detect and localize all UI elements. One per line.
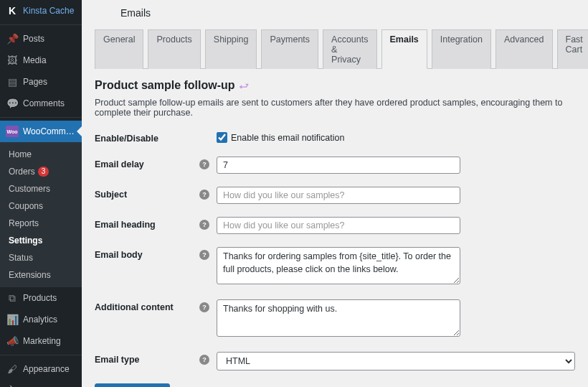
admin-sidebar: K Kinsta Cache 📌 Posts 🖼 Media ▤ Pages 💬… <box>0 0 82 387</box>
analytics-icon: 📊 <box>6 313 19 326</box>
sidebar-item-comments[interactable]: 💬 Comments <box>0 93 82 114</box>
type-label: Email type <box>95 355 140 365</box>
sidebar-item-pages[interactable]: ▤ Pages <box>0 71 82 93</box>
sidebar-item-plugins[interactable]: 🔌 Plugins <box>0 380 82 387</box>
row-additional: Additional content ? <box>95 299 575 339</box>
submenu-home[interactable]: Home <box>0 146 82 163</box>
additional-field <box>217 299 460 339</box>
sidebar-separator <box>0 352 82 355</box>
row-type: Email type ? HTML <box>95 352 575 370</box>
delay-input[interactable] <box>217 157 460 174</box>
subject-field <box>217 187 460 204</box>
sidebar-item-label: Kinsta Cache <box>23 6 74 16</box>
subject-label-col: Subject ? <box>95 187 217 200</box>
enable-checkbox[interactable] <box>217 132 227 143</box>
body-field <box>217 247 460 286</box>
help-icon[interactable]: ? <box>199 159 209 169</box>
orders-badge: 3 <box>38 167 49 177</box>
enable-checkbox-label: Enable this email notification <box>231 133 344 143</box>
additional-label-col: Additional content ? <box>95 299 217 312</box>
comment-icon: 💬 <box>6 97 19 110</box>
heading-input[interactable] <box>217 217 460 234</box>
sidebar-item-label: WooCommerce <box>23 126 76 136</box>
enable-checkbox-wrap[interactable]: Enable this email notification <box>217 131 460 143</box>
page-title: Emails <box>95 0 575 29</box>
type-select[interactable]: HTML <box>217 352 575 370</box>
additional-label: Additional content <box>95 302 174 312</box>
type-label-col: Email type ? <box>95 352 217 365</box>
submenu-status[interactable]: Status <box>0 249 82 266</box>
subject-label: Subject <box>95 190 127 200</box>
sidebar-item-label: Pages <box>23 77 47 87</box>
sidebar-item-label: Analytics <box>23 314 57 325</box>
woocommerce-icon: Woo <box>6 125 19 138</box>
tab-products[interactable]: Products <box>148 29 200 69</box>
tab-advanced[interactable]: Advanced <box>495 29 553 69</box>
submenu-settings[interactable]: Settings <box>0 232 82 249</box>
section-heading: Product sample follow-up ⮐ <box>95 79 575 92</box>
section-heading-text: Product sample follow-up <box>95 79 235 92</box>
settings-tabs: General Products Shipping Payments Accou… <box>95 29 575 69</box>
sidebar-item-appearance[interactable]: 🖌 Appearance <box>0 358 82 380</box>
heading-field <box>217 217 460 234</box>
subject-input[interactable] <box>217 187 460 204</box>
additional-textarea[interactable] <box>217 299 460 337</box>
row-body: Email body ? <box>95 247 575 286</box>
submenu-customers[interactable]: Customers <box>0 180 82 197</box>
submenu-label: Orders <box>9 167 35 177</box>
help-icon[interactable]: ? <box>199 355 209 365</box>
submenu-orders[interactable]: Orders 3 <box>0 163 82 180</box>
section-description: Product sample follow-up emails are sent… <box>95 98 575 118</box>
kinsta-icon: K <box>6 4 19 17</box>
tab-fastcart[interactable]: Fast Cart <box>557 29 589 69</box>
body-label-col: Email body ? <box>95 247 217 260</box>
delay-field <box>217 157 460 174</box>
submenu-reports[interactable]: Reports <box>0 215 82 232</box>
row-delay: Email delay ? <box>95 157 575 174</box>
tab-integration[interactable]: Integration <box>432 29 491 69</box>
heading-label-col: Email heading ? <box>95 217 217 230</box>
sidebar-item-kinsta[interactable]: K Kinsta Cache <box>0 0 82 22</box>
heading-label: Email heading <box>95 220 156 230</box>
delay-label: Email delay <box>95 159 144 169</box>
plugin-icon: 🔌 <box>6 384 19 387</box>
main-content: Emails General Products Shipping Payment… <box>82 0 588 387</box>
help-icon[interactable]: ? <box>199 250 209 260</box>
body-textarea[interactable] <box>217 247 460 284</box>
sidebar-separator <box>0 22 82 25</box>
brush-icon: 🖌 <box>6 363 19 376</box>
sidebar-item-analytics[interactable]: 📊 Analytics <box>0 309 82 330</box>
sidebar-item-label: Posts <box>23 34 44 44</box>
tab-emails[interactable]: Emails <box>381 29 427 69</box>
woocommerce-submenu: Home Orders 3 Customers Coupons Reports … <box>0 142 82 287</box>
sidebar-item-woocommerce[interactable]: Woo WooCommerce <box>0 121 82 142</box>
media-icon: 🖼 <box>6 54 19 67</box>
tab-accounts[interactable]: Accounts & Privacy <box>323 29 376 69</box>
enable-label: Enable/Disable <box>95 131 217 144</box>
sidebar-item-products[interactable]: ⧉ Products <box>0 287 82 309</box>
sidebar-item-label: Comments <box>23 98 65 108</box>
type-field: HTML <box>217 352 575 370</box>
row-enable: Enable/Disable Enable this email notific… <box>95 131 575 144</box>
save-button[interactable]: Save changes <box>95 383 170 387</box>
sidebar-item-posts[interactable]: 📌 Posts <box>0 28 82 50</box>
tab-general[interactable]: General <box>95 29 143 69</box>
help-icon[interactable]: ? <box>199 220 209 230</box>
delay-label-col: Email delay ? <box>95 157 217 169</box>
sidebar-item-label: Products <box>23 293 57 303</box>
marketing-icon: 📣 <box>6 335 19 348</box>
sidebar-item-marketing[interactable]: 📣 Marketing <box>0 330 82 352</box>
sidebar-item-media[interactable]: 🖼 Media <box>0 50 82 71</box>
help-icon[interactable]: ? <box>199 302 209 312</box>
tab-shipping[interactable]: Shipping <box>205 29 257 69</box>
submenu-coupons[interactable]: Coupons <box>0 197 82 215</box>
help-icon[interactable]: ? <box>199 190 209 200</box>
sidebar-item-label: Media <box>23 55 47 65</box>
tab-payments[interactable]: Payments <box>261 29 318 69</box>
page-icon: ▤ <box>6 75 19 88</box>
sidebar-item-label: Appearance <box>23 364 70 374</box>
return-icon[interactable]: ⮐ <box>240 80 249 91</box>
submenu-extensions[interactable]: Extensions <box>0 266 82 284</box>
product-icon: ⧉ <box>6 292 19 304</box>
body-label: Email body <box>95 250 143 260</box>
